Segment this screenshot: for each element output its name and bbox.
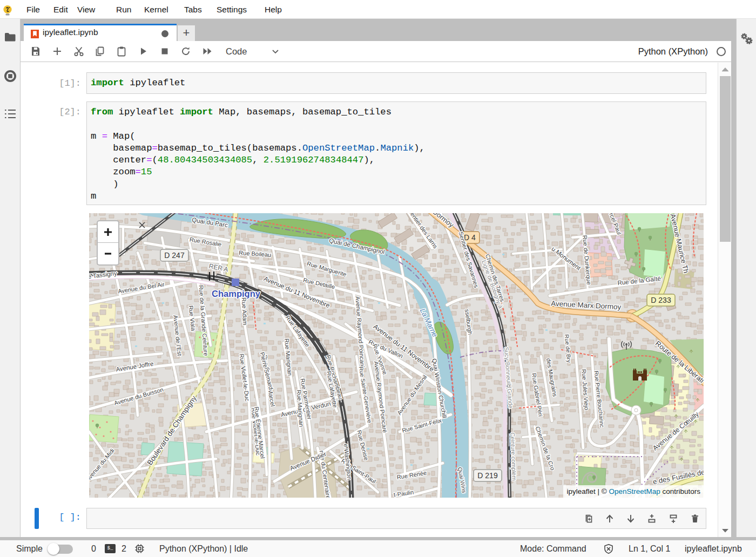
svg-text:D 233: D 233	[651, 296, 671, 304]
svg-text:D 247: D 247	[164, 251, 185, 260]
svg-text:Champigny: Champigny	[212, 289, 261, 298]
svg-text:D 219: D 219	[477, 471, 498, 480]
